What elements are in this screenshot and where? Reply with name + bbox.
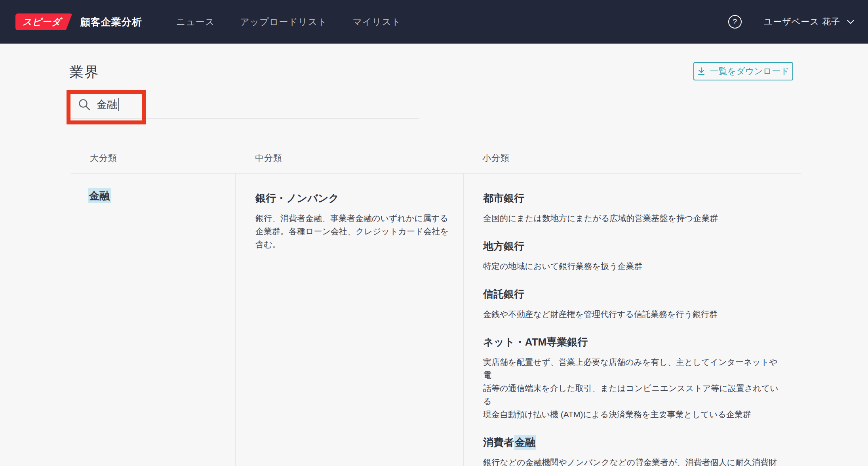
minor-category-title-highlight: 金融 xyxy=(514,435,536,450)
minor-category-desc: 特定の地域において銀行業務を扱う企業群 xyxy=(483,260,784,273)
minor-category-item: 消費者金融 銀行などの金融機関やノンバンクなどの貸金業者が、消費者個人に耐久消費… xyxy=(483,435,784,466)
major-category-label[interactable]: 金融 xyxy=(88,188,111,203)
search-icon xyxy=(78,98,91,111)
minor-category-desc: 金銭や不動産など財産権を管理代行する信託業務を行う銀行群 xyxy=(483,307,784,321)
minor-category-list: 都市銀行 全国的にまたは数地方にまたがる広域的営業基盤を持つ企業群 地方銀行 特… xyxy=(483,191,784,466)
speeda-logo[interactable]: スピーダ xyxy=(15,13,72,30)
major-category-cell: 金融 xyxy=(88,189,111,203)
app-title: 顧客企業分析 xyxy=(80,15,142,29)
user-menu[interactable]: ユーザベース 花子 xyxy=(764,16,855,28)
download-list-button[interactable]: 一覧をダウンロード xyxy=(693,62,793,80)
speeda-app: スピーダ 顧客企業分析 ニュース アップロードリスト マイリスト ? ユーザベー… xyxy=(0,0,868,466)
chevron-down-icon xyxy=(847,19,855,24)
middle-category-title[interactable]: 銀行・ノンバンク xyxy=(255,191,453,205)
middle-category-desc: 銀行、消費者金融、事業者金融のいずれかに属する 企業群。各種ローン会社、クレジッ… xyxy=(255,212,453,251)
minor-category-item: 都市銀行 全国的にまたは数地方にまたがる広域的営業基盤を持つ企業群 xyxy=(483,191,784,225)
column-header-minor: 小分類 xyxy=(482,152,510,164)
user-name: ユーザベース 花子 xyxy=(764,16,840,28)
middle-category-cell: 銀行・ノンバンク 銀行、消費者金融、事業者金融のいずれかに属する 企業群。各種ロ… xyxy=(255,191,453,251)
search-input[interactable]: 金融 xyxy=(78,97,119,111)
nav-item-my-list[interactable]: マイリスト xyxy=(353,16,402,28)
minor-category-desc: 銀行などの金融機関やノンバンクなどの貸金業者が、消費者個人に耐久消費財や サービ… xyxy=(483,456,784,466)
main-nav: ニュース アップロードリスト マイリスト xyxy=(176,16,402,28)
column-header-major: 大分類 xyxy=(90,152,117,164)
column-header-middle: 中分類 xyxy=(255,152,282,164)
minor-category-title[interactable]: 信託銀行 xyxy=(483,287,784,301)
minor-category-item: 信託銀行 金銭や不動産など財産権を管理代行する信託業務を行う銀行群 xyxy=(483,287,784,321)
minor-category-item: ネット・ATM専業銀行 実店舗を配置せず、営業上必要な店舗のみを有し、主としてイ… xyxy=(483,335,784,421)
search-underline xyxy=(70,118,419,119)
page-title: 業界 xyxy=(69,63,99,82)
minor-category-title[interactable]: ネット・ATM専業銀行 xyxy=(483,335,784,349)
header-right: ? ユーザベース 花子 xyxy=(728,15,855,29)
minor-category-desc: 実店舗を配置せず、営業上必要な店舗のみを有し、主としてインターネットや電 話等の… xyxy=(483,355,784,421)
nav-item-upload-list[interactable]: アップロードリスト xyxy=(240,16,327,28)
text-caret xyxy=(118,98,119,111)
speeda-logo-text: スピーダ xyxy=(23,16,61,28)
minor-category-item: 地方銀行 特定の地域において銀行業務を扱う企業群 xyxy=(483,239,784,273)
top-navbar: スピーダ 顧客企業分析 ニュース アップロードリスト マイリスト ? ユーザベー… xyxy=(0,0,868,44)
download-icon xyxy=(697,67,706,76)
minor-category-title[interactable]: 地方銀行 xyxy=(483,239,784,253)
search-value: 金融 xyxy=(97,97,117,111)
nav-item-news[interactable]: ニュース xyxy=(176,16,215,28)
download-label: 一覧をダウンロード xyxy=(710,65,789,77)
minor-category-title-prefix: 消費者 xyxy=(483,436,514,448)
column-divider-2 xyxy=(463,174,464,466)
help-icon[interactable]: ? xyxy=(728,15,742,29)
minor-category-title[interactable]: 消費者金融 xyxy=(483,435,784,449)
minor-category-title[interactable]: 都市銀行 xyxy=(483,191,784,205)
minor-category-desc: 全国的にまたは数地方にまたがる広域的営業基盤を持つ企業群 xyxy=(483,212,784,225)
column-divider-1 xyxy=(235,174,236,466)
table-header-divider xyxy=(71,173,801,174)
